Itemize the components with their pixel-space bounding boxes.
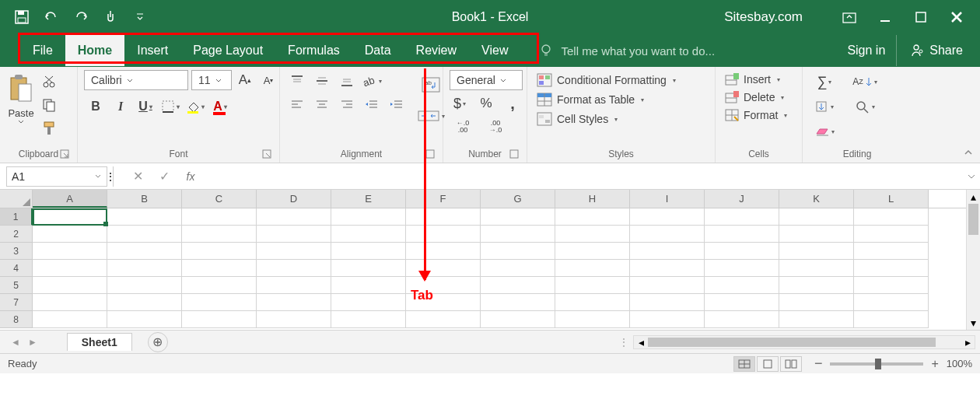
- cell[interactable]: [630, 277, 705, 294]
- cell[interactable]: [107, 260, 182, 277]
- align-right-icon[interactable]: [336, 95, 358, 114]
- format-painter-icon[interactable]: [40, 120, 58, 137]
- undo-icon[interactable]: [44, 9, 59, 25]
- cell[interactable]: [182, 208, 257, 226]
- tell-me-search[interactable]: Tell me what you want to do...: [539, 44, 715, 58]
- number-format-combo[interactable]: General: [450, 70, 523, 90]
- cell[interactable]: [705, 260, 779, 277]
- cell[interactable]: [406, 226, 481, 243]
- cell[interactable]: [630, 243, 705, 260]
- zoom-slider[interactable]: [830, 362, 923, 366]
- col-header[interactable]: H: [555, 190, 630, 208]
- cell[interactable]: [779, 243, 854, 260]
- cell[interactable]: [331, 294, 406, 311]
- cell[interactable]: [854, 208, 929, 226]
- col-header[interactable]: G: [481, 190, 555, 208]
- page-layout-view-icon[interactable]: [757, 356, 779, 372]
- row-header[interactable]: 7: [0, 294, 33, 311]
- col-header[interactable]: B: [107, 190, 182, 208]
- copy-icon[interactable]: [40, 96, 58, 114]
- close-icon[interactable]: [949, 9, 964, 25]
- cell[interactable]: [705, 243, 779, 260]
- cell[interactable]: [331, 226, 406, 243]
- wrap-text-icon[interactable]: ab: [417, 73, 445, 96]
- cell[interactable]: [481, 243, 555, 260]
- cell[interactable]: [182, 226, 257, 243]
- paste-dropdown-icon[interactable]: [17, 119, 25, 125]
- col-header[interactable]: F: [406, 190, 481, 208]
- tab-splitter-icon[interactable]: ⋮: [619, 334, 628, 351]
- new-sheet-button[interactable]: ⊕: [148, 332, 168, 352]
- sheet-tab[interactable]: Sheet1: [67, 333, 132, 351]
- autosum-icon[interactable]: ∑▾: [809, 72, 840, 92]
- cell[interactable]: [107, 311, 182, 328]
- row-header[interactable]: 4: [0, 260, 33, 277]
- cell[interactable]: [854, 226, 929, 243]
- normal-view-icon[interactable]: [733, 356, 755, 372]
- paste-icon[interactable]: [6, 72, 36, 106]
- bold-button[interactable]: B: [84, 96, 107, 117]
- percent-format-icon[interactable]: %: [476, 93, 496, 114]
- zoom-out-icon[interactable]: −: [814, 355, 823, 372]
- cell[interactable]: [630, 226, 705, 243]
- sort-filter-icon[interactable]: AZ▾: [848, 72, 882, 92]
- cell[interactable]: [481, 311, 555, 328]
- cell[interactable]: [257, 226, 331, 243]
- cell[interactable]: [705, 208, 779, 226]
- minimize-icon[interactable]: [877, 9, 893, 25]
- cell[interactable]: [107, 208, 182, 226]
- cell[interactable]: [854, 243, 929, 260]
- delete-cells-button[interactable]: Delete▾: [722, 89, 790, 105]
- sign-in-link[interactable]: Sign in: [836, 44, 896, 58]
- cell[interactable]: [779, 260, 854, 277]
- save-icon[interactable]: [14, 9, 30, 25]
- tab-formulas[interactable]: Formulas: [275, 35, 352, 66]
- paste-label[interactable]: Paste: [8, 107, 33, 119]
- insert-function-icon[interactable]: fx: [177, 166, 204, 187]
- fill-icon[interactable]: ▾: [809, 96, 840, 117]
- find-select-icon[interactable]: ▾: [848, 96, 882, 117]
- alignment-dialog-icon[interactable]: [425, 149, 436, 160]
- clear-icon[interactable]: ▾: [809, 121, 840, 142]
- scroll-thumb[interactable]: [968, 204, 978, 235]
- enter-formula-icon[interactable]: ✓: [151, 166, 177, 187]
- cell[interactable]: [257, 260, 331, 277]
- cell[interactable]: [331, 260, 406, 277]
- align-middle-icon[interactable]: [311, 72, 333, 90]
- share-button[interactable]: Share: [896, 35, 975, 66]
- comma-format-icon[interactable]: ,: [502, 93, 523, 114]
- cell[interactable]: [406, 311, 481, 328]
- font-dialog-icon[interactable]: [262, 149, 273, 160]
- align-top-icon[interactable]: [286, 72, 308, 90]
- italic-button[interactable]: I: [109, 96, 132, 117]
- cell[interactable]: [406, 243, 481, 260]
- cell[interactable]: [481, 294, 555, 311]
- scroll-right-icon[interactable]: ▸: [961, 336, 975, 348]
- scroll-down-icon[interactable]: ▾: [967, 316, 980, 330]
- cell[interactable]: [555, 294, 630, 311]
- maximize-icon[interactable]: [913, 9, 929, 25]
- cell[interactable]: [630, 208, 705, 226]
- cell[interactable]: [854, 294, 929, 311]
- col-header[interactable]: L: [854, 190, 929, 208]
- name-box[interactable]: A1: [6, 166, 107, 187]
- cell[interactable]: [33, 311, 107, 328]
- cell[interactable]: [257, 311, 331, 328]
- cell[interactable]: [406, 208, 481, 226]
- format-cells-button[interactable]: Format▾: [722, 107, 790, 123]
- col-header[interactable]: C: [182, 190, 257, 208]
- cell[interactable]: [182, 311, 257, 328]
- tab-home[interactable]: Home: [65, 35, 124, 66]
- cell[interactable]: [331, 277, 406, 294]
- hscroll-thumb[interactable]: [648, 338, 936, 347]
- cell[interactable]: [331, 243, 406, 260]
- col-header[interactable]: E: [331, 190, 406, 208]
- cell[interactable]: [705, 294, 779, 311]
- sheet-nav-next-icon[interactable]: ►: [28, 337, 37, 348]
- cell[interactable]: [779, 277, 854, 294]
- cell[interactable]: [630, 294, 705, 311]
- border-button[interactable]: ▾: [159, 96, 182, 117]
- zoom-thumb[interactable]: [875, 359, 881, 369]
- namebox-resize-icon[interactable]: ⋮: [107, 166, 114, 187]
- tab-data[interactable]: Data: [352, 35, 404, 66]
